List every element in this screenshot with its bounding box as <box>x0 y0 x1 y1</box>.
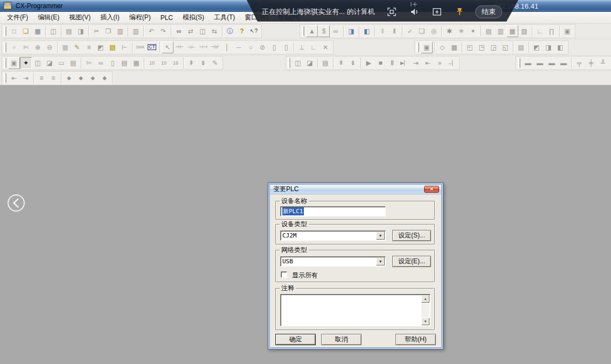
tb-sim-fast-button[interactable]: » <box>434 57 446 69</box>
tb-data-lock-button[interactable]: ▣ <box>561 25 573 37</box>
tb-watch-columns-button[interactable]: ▤ <box>515 41 527 53</box>
tb-online-edit-begin-button[interactable]: ⇞ <box>335 57 347 69</box>
tb-sim-step-out-button[interactable]: ⇤ <box>422 57 434 69</box>
tb-find-address-button[interactable]: ◫ <box>197 25 209 37</box>
tb-program-compare-button[interactable]: ▤ <box>320 57 331 69</box>
tb-sim-pause-button[interactable]: ‖ <box>386 57 398 69</box>
tb-differentiate-up-button[interactable]: ╤ <box>573 57 585 69</box>
toolbar-grip[interactable] <box>4 43 6 52</box>
tb-device-find-button[interactable]: ◫ <box>47 25 59 37</box>
tb-compile-button[interactable]: ✱ <box>443 25 455 37</box>
dialog-close-icon[interactable]: ✕ <box>424 186 439 193</box>
tb-monitor-window-2-button[interactable]: ◳ <box>476 41 488 53</box>
tb-paste-special-button[interactable]: ▥ <box>130 25 142 37</box>
windows-grid-icon[interactable] <box>431 6 443 18</box>
tb-io-compare-button[interactable]: ▧ <box>518 25 530 37</box>
speaker-icon[interactable] <box>408 6 420 18</box>
tb-find-warning-button[interactable]: ∞ <box>330 25 342 37</box>
tb-find-remove-button[interactable]: ◎ <box>428 25 440 37</box>
tb-replace-button[interactable]: ⇆ <box>209 25 220 37</box>
tb-function-block-button[interactable]: ⊥ <box>296 41 308 53</box>
end-session-button[interactable]: 结束 <box>475 5 502 18</box>
tb-project-window-button[interactable]: ▣ <box>8 57 20 69</box>
tb-io-monitor-button[interactable]: ▦ <box>506 25 518 37</box>
tb-address-cut-button[interactable]: ✄ <box>83 57 95 69</box>
scroll-up-icon[interactable]: ▲ <box>421 295 429 303</box>
tb-pause-monitor-button[interactable]: ‖ <box>377 25 388 37</box>
tb-io-table-button[interactable]: ▤ <box>483 25 495 37</box>
tb-force-release-button[interactable]: ⇟ <box>197 57 209 69</box>
tb-outdent-button[interactable]: ⇥ <box>20 72 32 84</box>
tb-cut-button[interactable]: ✂ <box>91 25 102 37</box>
help-button[interactable]: 帮助(H) <box>395 334 436 345</box>
tb-comment-ct-button[interactable]: CT <box>146 41 158 53</box>
tb-save-button[interactable]: ▦ <box>32 25 44 37</box>
tb-about-info-button[interactable]: ⓘ <box>224 25 236 37</box>
menu-insert[interactable]: 插入(I) <box>95 11 124 24</box>
tb-work-online-button[interactable]: ▲ <box>306 25 318 37</box>
tb-transfer-from-plc-button[interactable]: ◪ <box>304 57 316 69</box>
device-type-select[interactable]: CJ2M ▼ <box>280 230 386 241</box>
tb-find-button[interactable]: ∞ <box>173 25 185 37</box>
tb-instruction-box-button[interactable]: ▯ <box>268 41 280 53</box>
tb-hex-view-button[interactable]: 16 <box>170 57 182 69</box>
toolbar-grip[interactable] <box>4 58 6 68</box>
device-settings-button[interactable]: 设定(S)... <box>392 230 431 241</box>
tb-time-chart-button[interactable]: ∏ <box>546 25 558 37</box>
tb-window-view-1-button[interactable]: ◩ <box>531 41 543 53</box>
tb-coil-closed-button[interactable]: ⊘ <box>256 41 268 53</box>
tb-binary-view-button[interactable]: ▦ <box>130 57 142 69</box>
tb-print-button[interactable]: ▤ <box>63 25 75 37</box>
tb-vertical-line-button[interactable]: │ <box>221 41 233 53</box>
tb-inverted-instruction-button[interactable]: ▯ <box>280 41 292 53</box>
tb-force-off-button[interactable]: ◆ <box>75 72 87 84</box>
tb-online-edit-send-button[interactable]: ⇟ <box>347 57 359 69</box>
tb-set-value-button[interactable]: ◆ <box>99 72 110 84</box>
toolbar-grip[interactable] <box>416 43 419 52</box>
toolbar-grip[interactable] <box>4 26 6 36</box>
tb-program-transfer-button[interactable]: ❏ <box>416 25 428 37</box>
tb-coil-open-button[interactable]: ○ <box>245 41 256 53</box>
tb-block-comment-button[interactable]: ≡ <box>47 72 59 84</box>
scroll-down-icon[interactable]: ▼ <box>421 318 429 325</box>
toolbar-grip[interactable] <box>288 58 290 68</box>
tb-diff-monitor-button[interactable]: ╨ <box>597 57 609 69</box>
tb-transfer-to-plc-button[interactable]: ◫ <box>292 57 304 69</box>
tb-print-preview-button[interactable]: ◨ <box>75 25 87 37</box>
tb-contact-closed-button[interactable]: ⊣/⊢ <box>185 41 197 53</box>
tb-grid-toggle-button[interactable]: ▦ <box>59 41 71 53</box>
tb-simulator-warning-button[interactable]: ◧ <box>361 25 373 37</box>
tb-open-file-button[interactable]: ❏ <box>20 25 32 37</box>
menu-program[interactable]: 编程(P) <box>124 11 156 24</box>
tb-force-hold-button[interactable]: ⇞ <box>185 57 197 69</box>
tb-contact-or-open-button[interactable]: ⊣⊣ <box>197 41 209 53</box>
tb-monitor-window-4-button[interactable]: ◱ <box>499 41 511 53</box>
tb-sim-step-in-button[interactable]: ⇥ <box>410 57 422 69</box>
tb-online-edit-button[interactable]: ✴ <box>467 25 479 37</box>
tb-monitor-bar-button[interactable]: ◩ <box>95 41 107 53</box>
tb-sim-run-end-button[interactable]: →▏ <box>446 57 457 69</box>
tb-memory-view-1-button[interactable]: ▬ <box>522 57 534 69</box>
tb-copy-button[interactable]: ❒ <box>102 25 114 37</box>
tb-online-simulator-button[interactable]: ◨ <box>345 25 357 37</box>
tb-new-file-button[interactable]: □ <box>8 25 20 37</box>
tb-pause-button[interactable]: ‖ <box>388 25 400 37</box>
tb-output-window-button[interactable]: ✦ <box>20 57 32 69</box>
tb-mnemonic-view-button[interactable]: ✎ <box>71 41 83 53</box>
tb-monitor-mode-button[interactable]: $ <box>318 25 330 37</box>
tb-local-window-button[interactable]: ▭ <box>55 57 67 69</box>
comment-scrollbar[interactable]: ▲ ▼ <box>421 295 429 325</box>
tb-calendar-grid-button[interactable]: ▦ <box>448 41 460 53</box>
tb-value-edit-button[interactable]: ✎ <box>209 57 221 69</box>
device-name-input[interactable]: 新PLC1 <box>280 206 386 216</box>
tb-sim-stop-button[interactable]: ■ <box>374 57 386 69</box>
tb-plc-clock-button[interactable]: ▣ <box>421 41 433 53</box>
tb-block-tree-button[interactable]: ⊢ <box>119 41 130 53</box>
tb-cross-reference-button[interactable]: ◪ <box>44 57 55 69</box>
chevron-down-icon[interactable]: ▼ <box>376 257 385 265</box>
tb-sim-run-to-button[interactable]: ▶▏ <box>398 57 410 69</box>
toolbar-grip[interactable] <box>518 58 520 68</box>
tb-memory-view-3-button[interactable]: ▬ <box>546 57 558 69</box>
tb-window-view-2-button[interactable]: ◨ <box>543 41 554 53</box>
menu-simulation[interactable]: 模拟(S) <box>178 11 209 24</box>
